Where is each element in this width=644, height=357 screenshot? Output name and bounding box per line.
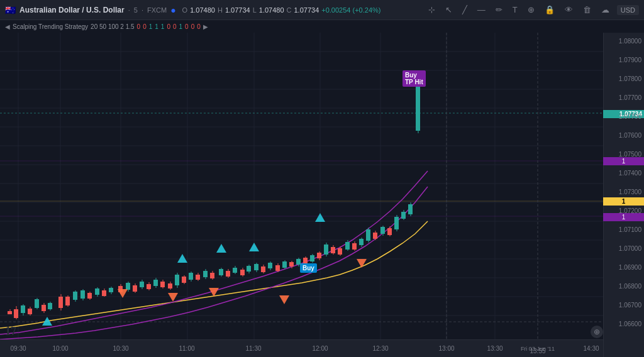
- trash-icon[interactable]: 🗑: [580, 4, 594, 16]
- price-1.07300: 1.07300: [619, 189, 641, 195]
- svg-rect-126: [345, 242, 350, 250]
- price-1.06600: 1.06600: [619, 321, 641, 327]
- svg-marker-147: [42, 317, 52, 326]
- o-label: O: [182, 6, 188, 14]
- svg-rect-110: [289, 262, 294, 266]
- svg-rect-58: [102, 290, 106, 296]
- cursor-icon[interactable]: ↖: [443, 4, 455, 16]
- svg-rect-104: [268, 263, 272, 268]
- strat-v2: 1: [149, 23, 153, 30]
- price-1.07400: 1.07400: [619, 170, 641, 177]
- strat-v10: 0: [197, 23, 201, 30]
- strat-v8: 0: [185, 23, 189, 30]
- time-0930: 09:30: [10, 345, 26, 352]
- arrow-left[interactable]: ◀: [5, 23, 10, 30]
- svg-rect-74: [160, 282, 165, 287]
- price-axis-labels: 1.08000 1.07900 1.07800 1.07700 1.07734 …: [603, 33, 644, 339]
- strat-v0: 0: [137, 23, 141, 30]
- price-1.07600: 1.07600: [619, 132, 641, 139]
- ohlc-group: O 1.07480 H 1.07734 L 1.07480 C 1.07734 …: [182, 6, 381, 14]
- time-1200: 12:00: [312, 345, 328, 352]
- svg-rect-82: [189, 273, 193, 280]
- svg-rect-86: [203, 271, 208, 277]
- strat-v1: 0: [143, 23, 147, 30]
- svg-rect-50: [73, 292, 77, 300]
- svg-rect-100: [254, 264, 258, 270]
- price-1.06800: 1.06800: [619, 283, 641, 290]
- svg-rect-56: [95, 288, 99, 295]
- svg-rect-92: [226, 271, 230, 277]
- symbol-flag: 🇦🇺: [5, 5, 16, 15]
- svg-rect-54: [87, 293, 92, 299]
- svg-rect-136: [380, 227, 385, 234]
- svg-rect-132: [366, 229, 370, 241]
- svg-rect-118: [317, 253, 321, 258]
- h-val: 1.07734: [225, 6, 250, 14]
- trend-line-icon[interactable]: ╱: [460, 4, 470, 16]
- horizontal-line-icon[interactable]: —: [475, 4, 488, 16]
- change-val: +0.00254 (+0.24%): [321, 6, 380, 14]
- price-1.07100: 1.07100: [619, 226, 641, 233]
- strat-v3: 1: [155, 23, 158, 30]
- time-1230: 12:30: [372, 345, 388, 352]
- time-1130: 11:30: [245, 345, 261, 352]
- svg-rect-42: [42, 305, 46, 311]
- level-r2-label: 1: [603, 197, 644, 206]
- price-1.07700: 1.07700: [619, 113, 641, 120]
- strategy-params: 20 50 100 2 1.5: [91, 23, 135, 30]
- svg-rect-40: [35, 299, 39, 308]
- svg-rect-38: [28, 309, 32, 314]
- text-icon[interactable]: T: [510, 4, 520, 16]
- currency-badge: USD: [617, 5, 639, 15]
- svg-rect-84: [196, 275, 200, 280]
- magnet-icon[interactable]: ⊕: [525, 4, 537, 16]
- svg-marker-148: [177, 254, 187, 263]
- separator2: ·: [142, 6, 143, 14]
- svg-rect-72: [153, 280, 158, 286]
- svg-rect-102: [261, 266, 265, 272]
- dot-icon: ●: [170, 5, 175, 15]
- time-1000: 10:00: [52, 345, 68, 352]
- svg-rect-32: [8, 311, 12, 314]
- strat-v5: 0: [167, 23, 170, 30]
- price-1.07900: 1.07900: [619, 57, 641, 63]
- svg-rect-142: [401, 212, 406, 219]
- separator: ·: [128, 6, 130, 14]
- crosshair-icon[interactable]: ⊹: [426, 4, 438, 16]
- toolbar-right: ⊹ ↖ ╱ — ✏ T ⊕ 🔒 👁 🗑 ☁ USD: [426, 4, 639, 16]
- level-r3-label: 1: [603, 213, 644, 221]
- time-1100: 11:00: [179, 345, 194, 352]
- h-label: H: [218, 6, 223, 14]
- price-1.07000: 1.07000: [619, 245, 641, 252]
- svg-rect-130: [359, 239, 364, 245]
- c-label: C: [287, 6, 292, 14]
- svg-rect-76: [168, 283, 172, 288]
- chart-area: BuyTP Hit Buy 1.08000 1.07900 1.07800 1.…: [0, 33, 644, 357]
- strategy-name: Scalping Trending Strategy: [13, 23, 88, 30]
- svg-rect-90: [219, 269, 223, 275]
- draw-icon[interactable]: ✏: [493, 4, 505, 16]
- zoom-button[interactable]: ⊕: [591, 326, 603, 338]
- svg-rect-80: [182, 277, 186, 283]
- svg-rect-112: [296, 259, 301, 265]
- lock-icon[interactable]: 🔒: [542, 4, 557, 16]
- price-1.07800: 1.07800: [619, 75, 641, 82]
- cloud-icon[interactable]: ☁: [599, 4, 612, 16]
- timeframe: 5: [134, 6, 138, 14]
- svg-rect-146: [416, 84, 420, 131]
- arrow-right[interactable]: ▶: [203, 23, 208, 30]
- time-1330: 13:30: [487, 345, 502, 352]
- svg-marker-155: [279, 295, 289, 304]
- svg-rect-144: [408, 204, 413, 214]
- svg-rect-46: [58, 297, 63, 308]
- svg-rect-124: [338, 248, 342, 255]
- watermark: 17: [5, 325, 16, 338]
- c-val: 1.07734: [294, 6, 319, 14]
- strat-v9: 0: [191, 23, 195, 30]
- eye-icon[interactable]: 👁: [562, 4, 575, 16]
- svg-rect-138: [387, 228, 392, 235]
- svg-rect-64: [126, 283, 130, 290]
- top-bar: 🇦🇺 Australian Dollar / U.S. Dollar · 5 ·…: [0, 0, 644, 20]
- svg-marker-150: [249, 243, 259, 251]
- time-axis: 09:30 10:00 10:30 11:00 11:30 12:00 12:3…: [0, 339, 603, 357]
